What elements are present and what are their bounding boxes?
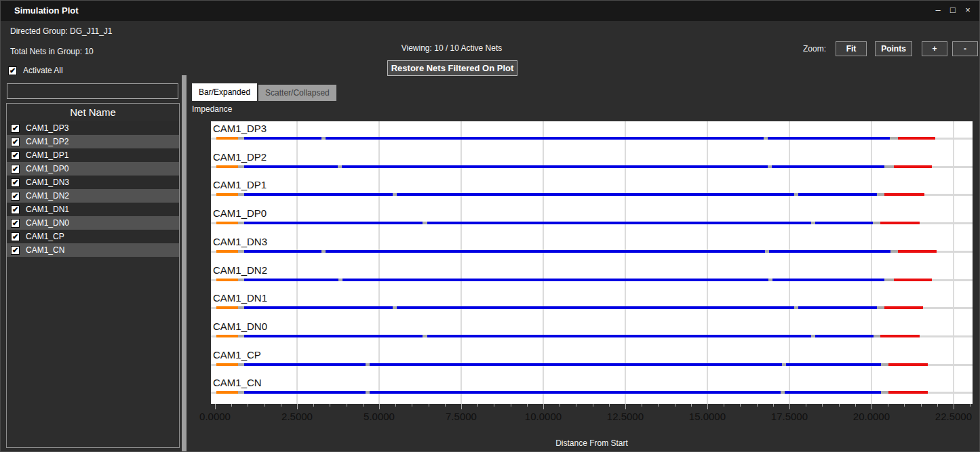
axis-minor-tick (675, 404, 675, 407)
net-trace-segment (238, 306, 244, 309)
net-name-label: CAM1_DP3 (26, 123, 68, 133)
net-list-item[interactable]: ✔CAM1_DP0 (7, 162, 179, 176)
net-checkbox[interactable]: ✔ (11, 205, 20, 214)
net-trace-segment (238, 335, 244, 337)
net-trace-segment (880, 335, 920, 337)
net-trace-segment (786, 363, 881, 366)
net-trace-segment (238, 279, 244, 281)
net-checkbox[interactable]: ✔ (11, 192, 20, 201)
net-trace-segment (884, 306, 923, 309)
axis-minor-tick (970, 404, 971, 407)
net-trace-segment (890, 137, 898, 140)
net-trace-segment (244, 250, 321, 253)
net-trace-segment (888, 363, 928, 366)
net-trace-segment (244, 165, 338, 168)
net-list-item[interactable]: ✔CAM1_DP3 (7, 121, 179, 135)
zoom-out-button[interactable]: - (952, 41, 978, 56)
restore-nets-button[interactable]: Restore Nets Filtered On Plot (387, 60, 517, 76)
axis-minor-tick (740, 404, 741, 407)
net-checkbox[interactable]: ✔ (11, 151, 20, 160)
close-icon[interactable]: × (962, 4, 974, 16)
net-trace-segment (238, 222, 244, 224)
net-trace-segment (238, 193, 244, 196)
net-checkbox[interactable]: ✔ (11, 124, 20, 133)
net-trace-segment (873, 222, 880, 224)
minimize-icon[interactable]: – (932, 4, 944, 16)
plot-net-row[interactable]: CAM1_CP (211, 348, 973, 376)
net-name-label: CAM1_DP2 (26, 137, 68, 146)
tab-bar-expanded[interactable]: Bar/Expanded (192, 83, 257, 101)
axis-tick-label: 5.0000 (364, 411, 395, 422)
plot-net-row[interactable]: CAM1_DP0 (211, 206, 973, 234)
axis-tick-label: 10.0000 (525, 411, 562, 422)
net-list-item[interactable]: ✔CAM1_CN (7, 243, 179, 257)
net-list-item[interactable]: ✔CAM1_DP1 (7, 148, 179, 162)
plot-net-row[interactable]: CAM1_DP3 (211, 121, 973, 150)
net-checkbox[interactable]: ✔ (11, 178, 20, 187)
activate-all-checkbox[interactable]: ✔ (8, 66, 17, 75)
net-filter-input[interactable] (7, 83, 178, 99)
axis-tick-label: 12.5000 (607, 411, 644, 422)
plot-net-row-label: CAM1_CN (213, 377, 262, 388)
net-name-label: CAM1_DP1 (26, 150, 68, 160)
net-list-item[interactable]: ✔CAM1_DN0 (7, 216, 179, 230)
plot-net-row[interactable]: CAM1_DN0 (211, 319, 973, 348)
axis-minor-tick (264, 404, 265, 407)
tab-scatter-collapsed[interactable]: Scatter/Collapsed (258, 85, 336, 101)
plot-net-row[interactable]: CAM1_DN1 (211, 291, 973, 319)
net-list-item[interactable]: ✔CAM1_DN3 (7, 176, 179, 189)
net-trace-segment (884, 165, 894, 168)
net-trace-segment (244, 222, 423, 224)
plot-net-row[interactable]: CAM1_DP1 (211, 178, 973, 206)
net-trace-segment (884, 193, 924, 196)
net-trace-segment (244, 279, 338, 281)
axis-major-tick (461, 404, 462, 409)
axis-major-tick (379, 404, 380, 409)
net-name-label: CAM1_DN1 (26, 205, 69, 214)
net-list-item[interactable]: ✔CAM1_DN1 (7, 203, 179, 216)
net-trace-segment (815, 222, 873, 224)
plot-net-row[interactable]: CAM1_DN3 (211, 234, 973, 263)
panel-splitter[interactable] (182, 75, 187, 452)
plot-net-row-label: CAM1_DP3 (213, 123, 267, 134)
axis-minor-tick (445, 404, 446, 407)
plot-net-row[interactable]: CAM1_DP2 (211, 150, 973, 178)
zoom-in-button[interactable]: + (922, 41, 947, 56)
net-checkbox[interactable]: ✔ (11, 246, 20, 255)
window-controls: – □ × (932, 4, 974, 16)
net-list-item[interactable]: ✔CAM1_DN2 (7, 189, 179, 203)
net-checkbox[interactable]: ✔ (11, 232, 20, 241)
net-trace-segment (397, 306, 794, 309)
net-checkbox[interactable]: ✔ (11, 165, 20, 173)
net-trace-segment (342, 165, 768, 168)
zoom-points-button[interactable]: Points (875, 41, 912, 56)
net-trace-segment (888, 391, 928, 394)
simulation-plot-window: Simulation Plot – □ × Directed Group: DG… (0, 0, 980, 452)
axis-minor-tick (773, 404, 774, 407)
net-list-item[interactable]: ✔CAM1_DP2 (7, 135, 179, 148)
net-checkbox[interactable]: ✔ (11, 219, 20, 228)
net-name-label: CAM1_CP (26, 232, 64, 241)
maximize-icon[interactable]: □ (947, 4, 959, 16)
title-bar[interactable]: Simulation Plot – □ × (1, 1, 979, 21)
net-trace-segment (874, 335, 881, 337)
viewing-status: Viewing: 10 / 10 Active Nets (340, 43, 564, 53)
plot-net-row[interactable]: CAM1_DN2 (211, 263, 973, 291)
net-trace-segment (772, 279, 884, 281)
net-trace-segment (884, 279, 894, 281)
net-list-header[interactable]: Net Name (7, 104, 179, 121)
zoom-fit-button[interactable]: Fit (836, 41, 867, 56)
net-name-label: CAM1_DN3 (26, 178, 69, 187)
axis-tick-label: 20.0000 (853, 411, 890, 422)
net-trace-segment (798, 193, 877, 196)
axis-minor-tick (231, 404, 232, 407)
plot-net-row[interactable]: CAM1_CN (211, 375, 973, 404)
net-trace-segment (815, 335, 874, 337)
axis-major-tick (625, 404, 626, 409)
net-checkbox[interactable]: ✔ (11, 138, 20, 146)
net-trace-segment (238, 391, 244, 394)
net-name-label: CAM1_DN2 (26, 191, 69, 201)
net-name-label: CAM1_CN (26, 245, 64, 255)
net-list-item[interactable]: ✔CAM1_CP (7, 230, 179, 243)
net-trace-segment (216, 250, 238, 253)
